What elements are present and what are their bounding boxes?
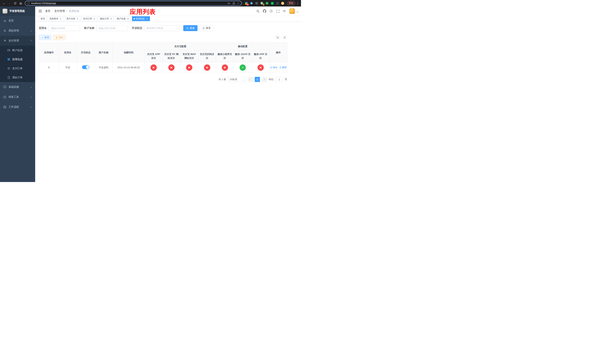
dashboard-icon (3, 19, 6, 22)
font-size-icon[interactable]: TT (283, 9, 286, 13)
main-area: 首页 / 支付管理 / 应用信息 ? TT (35, 7, 301, 182)
sidebar-item-payment[interactable]: ￥ 支付管理 (0, 36, 35, 46)
url-text[interactable]: localhost:1024/pay/app (31, 2, 226, 5)
tab-home[interactable]: 首页 (39, 16, 47, 21)
breadcrumb-section[interactable]: 支付管理 (54, 10, 65, 13)
app-name-input[interactable] (49, 25, 80, 31)
tab-merchant-info[interactable]: 商户信息 × (115, 16, 131, 21)
sidebar-item-infra[interactable]: 基础设施 (0, 82, 35, 92)
next-page-button[interactable] (262, 77, 267, 82)
browser-chrome: ← → i localhost:1024/pay/app ☆ (0, 0, 301, 7)
status-label: 开启状态 (132, 26, 142, 30)
current-page-button[interactable]: 1 (255, 77, 260, 82)
breadcrumb-current: 应用信息 (69, 10, 79, 13)
extensions-badge: 10 (246, 4, 249, 6)
extension-check-icon[interactable]: ✓ (265, 1, 269, 6)
bookmark-star-icon[interactable]: ☆ (237, 2, 239, 5)
search-button-label: 搜索 (190, 26, 194, 30)
wx-jsapi-enabled-icon (239, 64, 246, 71)
navbar: 首页 / 支付管理 / 应用信息 ? TT (35, 7, 301, 16)
refresh-table-button[interactable] (282, 35, 287, 40)
cell-wx-jsapi (234, 62, 252, 73)
chevron-left-icon (249, 78, 251, 80)
sidebar-item-refund-order[interactable]: 退款订单 (0, 73, 35, 82)
tab-close-icon[interactable]: × (146, 17, 148, 20)
fullscreen-icon[interactable] (276, 9, 280, 13)
home-icon[interactable] (18, 1, 23, 6)
sidebar-item-home[interactable]: 首页 (0, 16, 35, 26)
tab-close-icon[interactable]: × (110, 17, 112, 20)
extension-avatar-icon[interactable]: 1 (259, 1, 264, 6)
extension-emoji-icon[interactable] (280, 1, 285, 6)
chevron-down-icon (30, 96, 32, 98)
search-button[interactable]: 搜索 (183, 25, 197, 31)
extension-puzzle2-icon[interactable] (275, 1, 280, 6)
github-icon[interactable] (263, 9, 266, 13)
hamburger-icon[interactable] (38, 9, 42, 13)
back-icon[interactable]: ← (1, 1, 7, 6)
delete-link[interactable]: 删除 (279, 66, 287, 69)
chevron-down-icon (30, 86, 32, 88)
breadcrumb-home[interactable]: 首页 (45, 10, 50, 13)
share-icon[interactable] (232, 2, 235, 5)
tab-pay-order[interactable]: 支付订单 × (81, 16, 97, 21)
sidebar-item-label: 基础设施 (9, 85, 28, 89)
merchant-name-input[interactable] (96, 25, 128, 31)
tab-close-icon[interactable]: × (127, 17, 129, 20)
goto-page-input[interactable] (275, 77, 283, 82)
toolbox-icon (3, 96, 6, 98)
reset-button[interactable]: 重置 (199, 25, 214, 31)
sidebar-item-workflow[interactable]: 工作流程 (0, 102, 35, 112)
extension-gem-icon[interactable] (249, 1, 254, 6)
update-button[interactable]: 更新 (287, 1, 295, 6)
sidebar-item-merchant-info[interactable]: 商户信息 (0, 46, 35, 55)
key-icon[interactable] (227, 2, 230, 5)
help-icon[interactable]: ? (269, 9, 273, 13)
sidebar-item-label: 支付订单 (12, 67, 32, 70)
edit-link-label: 修改 (273, 66, 278, 69)
sidebar-item-dev-tools[interactable]: 研发工具 (0, 92, 35, 102)
enabled-toggle[interactable] (82, 65, 89, 69)
tab-close-icon[interactable]: × (93, 17, 96, 20)
screen: ← → i localhost:1024/pay/app ☆ (0, 0, 301, 182)
reload-icon[interactable] (13, 1, 18, 6)
pagination: 共 1 条 10条/页 1 前往 页 (39, 77, 287, 82)
sidebar-item-label: 工作流程 (9, 105, 28, 109)
total-count: 共 1 条 (219, 78, 226, 81)
tab-user-group[interactable]: 用户分组 × (64, 16, 80, 21)
export-button[interactable]: 导出 (53, 35, 65, 40)
page-size-select[interactable]: 10条/页 (228, 77, 246, 82)
forward-icon[interactable]: → (7, 1, 12, 6)
status-select[interactable]: 请选择开启状态 (144, 25, 179, 31)
sidebar-item-pay-order[interactable]: 支付订单 (0, 64, 35, 73)
tab-close-icon[interactable]: × (59, 17, 62, 20)
extension-chat-icon[interactable] (270, 1, 275, 6)
user-menu-caret-icon[interactable] (297, 11, 298, 12)
grid-icon (7, 58, 10, 61)
prev-page-button[interactable] (248, 77, 253, 82)
tab-app-info[interactable]: 应用信息 × (132, 16, 150, 21)
breadcrumb: 首页 / 支付管理 / 应用信息 (45, 10, 79, 13)
user-avatar[interactable] (289, 8, 295, 14)
url-bar[interactable]: i localhost:1024/pay/app ☆ (25, 1, 242, 6)
col-app-id: 应用编号 (39, 43, 59, 62)
tab-close-icon[interactable]: × (76, 17, 79, 20)
edit-link[interactable]: 修改 (270, 66, 278, 69)
add-button[interactable]: ＋ 新增 (39, 35, 51, 40)
extension-dark-icon[interactable] (254, 1, 259, 6)
content: 应用名 商户名称 开启状态 请选择开启状态 搜索 重置 (35, 22, 301, 182)
app-logo[interactable]: 芋道管理系统 (0, 7, 35, 16)
alipay-pc-disabled-icon (168, 64, 174, 71)
tab-refund-order[interactable]: 退款订单 × (98, 16, 114, 21)
tab-process-form[interactable]: 流程表单 × (48, 16, 64, 21)
browser-menu-icon[interactable]: ⋮ (296, 2, 300, 5)
header-search-icon[interactable] (256, 9, 260, 13)
chevron-down-icon (175, 27, 177, 29)
site-info-icon[interactable]: i (27, 2, 30, 5)
sidebar-item-system[interactable]: 系统管理 (0, 26, 35, 36)
extensions-icon[interactable]: 10 (244, 1, 249, 6)
filter-form: 应用名 商户名称 开启状态 请选择开启状态 搜索 重置 (39, 25, 287, 31)
cell-actions: 修改 删除 (269, 62, 287, 73)
sidebar-item-app-info[interactable]: 应用信息 (0, 55, 35, 64)
toggle-search-button[interactable] (275, 35, 280, 40)
